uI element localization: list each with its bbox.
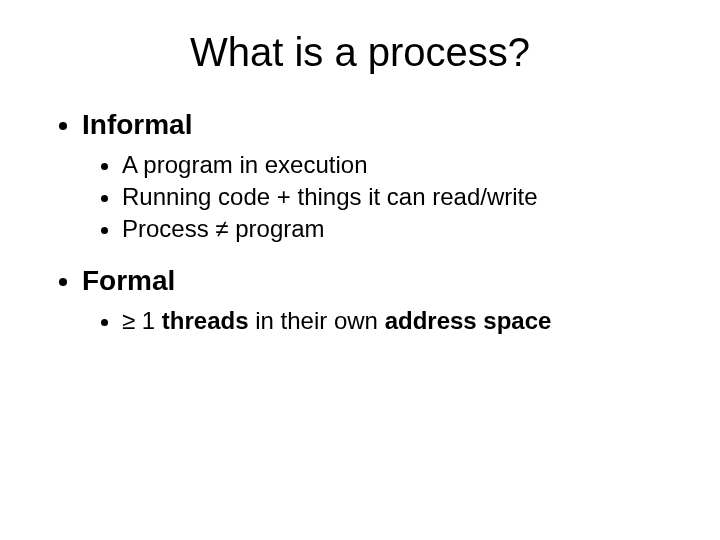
bold-threads: threads — [162, 307, 249, 334]
bullet-list: Informal A program in execution Running … — [50, 109, 670, 335]
informal-list: A program in execution Running code + th… — [82, 151, 670, 243]
text-prefix: ≥ 1 — [122, 307, 162, 334]
formal-list: ≥ 1 threads in their own address space — [82, 307, 670, 335]
section-informal: Informal A program in execution Running … — [82, 109, 670, 243]
list-item: Running code + things it can read/write — [122, 183, 670, 211]
slide-title: What is a process? — [50, 30, 670, 75]
list-item: Process ≠ program — [122, 215, 670, 243]
bold-address-space: address space — [385, 307, 552, 334]
list-item: A program in execution — [122, 151, 670, 179]
list-item: ≥ 1 threads in their own address space — [122, 307, 670, 335]
section-formal: Formal ≥ 1 threads in their own address … — [82, 265, 670, 335]
text-mid: in their own — [249, 307, 385, 334]
section-heading: Informal — [82, 109, 192, 140]
slide: What is a process? Informal A program in… — [0, 0, 720, 540]
section-heading: Formal — [82, 265, 175, 296]
